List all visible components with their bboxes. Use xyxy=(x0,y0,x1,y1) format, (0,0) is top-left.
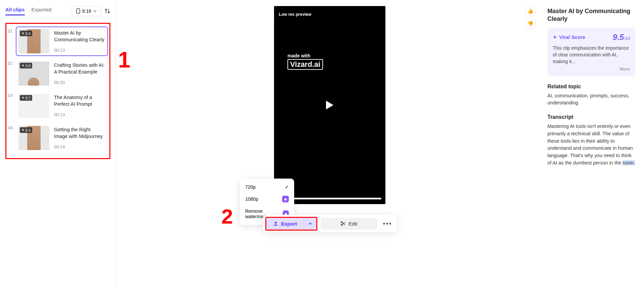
clip-duration: 00:13 xyxy=(54,112,105,117)
scissors-icon xyxy=(340,221,346,226)
export-annotation-box: Export xyxy=(265,217,317,231)
export-label: Export xyxy=(281,221,297,227)
center-panel: Low res preview made with Vizard.ai 👍 👎 … xyxy=(116,0,543,286)
related-topic-text: AI, communication, prompts, success, und… xyxy=(547,92,635,107)
more-link[interactable]: More xyxy=(553,66,630,72)
clip-title: Crafting Stories with AI: A Practical Ex… xyxy=(54,62,105,75)
export-option-label: 720p xyxy=(245,184,256,190)
clip-row: 03 ✦ 8.7 The Anatomy of a Perfect AI Pro… xyxy=(8,90,108,122)
clip-card[interactable]: ✦ 9.0 Crafting Stories with AI: A Practi… xyxy=(16,59,108,88)
clip-card[interactable]: ✦ 9.5 Master AI by Communicating Clearly… xyxy=(16,27,108,56)
score-value: 8.5 xyxy=(25,128,31,132)
clip-duration: 00:33 xyxy=(54,80,105,85)
premium-icon: ◆ xyxy=(282,196,289,202)
watermark-text: made with xyxy=(287,53,323,58)
clips-list-annotation-box: 01 ✦ 9.5 Master AI by Communicating Clea… xyxy=(5,23,110,159)
clip-row: 04 ✦ 8.5 Getting the Right Image with Mi… xyxy=(8,122,108,154)
viral-score-value: 9.5/10 xyxy=(613,33,630,42)
annotation-number-2: 2 xyxy=(221,204,233,228)
sparkle-icon: ✦ xyxy=(553,34,557,40)
more-button[interactable]: ••• xyxy=(381,220,394,228)
transcript-highlight: room. xyxy=(623,160,635,165)
viral-score-text: Viral Score xyxy=(559,34,585,40)
viral-score-header: ✦ Viral Score 9.5/10 xyxy=(553,33,630,42)
clip-card[interactable]: ✦ 8.7 The Anatomy of a Perfect AI Prompt… xyxy=(16,91,108,121)
clip-thumbnail: ✦ 9.5 xyxy=(18,29,49,53)
edit-button[interactable]: Edit xyxy=(321,218,377,230)
transcript-body: Mastering AI tools isn't entirely or eve… xyxy=(547,124,633,165)
tab-exported[interactable]: Exported xyxy=(32,7,52,15)
viral-score-number: 9.5 xyxy=(613,33,624,42)
clip-title: Master AI by Communicating Clearly xyxy=(54,30,105,43)
sparkle-icon: ✦ xyxy=(21,63,24,68)
viral-score-label: ✦ Viral Score xyxy=(553,34,585,40)
clip-meta: The Anatomy of a Perfect AI Prompt 00:13 xyxy=(54,94,105,118)
watermark-brand: Vizard.ai xyxy=(287,59,323,70)
score-badge: ✦ 8.5 xyxy=(20,127,32,133)
related-topic-heading: Related topic xyxy=(547,84,635,90)
sort-icon[interactable] xyxy=(104,8,110,14)
video-preview[interactable]: Low res preview made with Vizard.ai xyxy=(274,6,385,204)
chevron-down-icon xyxy=(93,10,97,12)
clip-index: 02 xyxy=(8,59,13,66)
svg-point-1 xyxy=(341,222,342,223)
edit-label: Edit xyxy=(348,221,357,227)
clip-duration: 00:14 xyxy=(54,144,105,149)
svg-point-2 xyxy=(341,224,342,226)
clip-title: The Anatomy of a Perfect AI Prompt xyxy=(54,94,105,107)
feedback-buttons: 👍 👎 xyxy=(525,6,535,29)
clip-meta: Master AI by Communicating Clearly 00:13 xyxy=(54,29,105,53)
score-value: 9.0 xyxy=(25,64,31,68)
clip-detail-title: Master AI by Communicating Clearly xyxy=(547,7,635,23)
right-panel: Master AI by Communicating Clearly ✦ Vir… xyxy=(543,0,644,286)
aspect-sort: 9:16 xyxy=(72,6,110,16)
play-button[interactable] xyxy=(325,100,334,110)
action-bar: Export Edit ••• xyxy=(263,215,397,232)
tab-all-clips[interactable]: All clips xyxy=(5,7,25,15)
score-badge: ✦ 9.5 xyxy=(20,31,32,36)
clip-card[interactable]: ✦ 8.5 Getting the Right Image with Midjo… xyxy=(16,123,108,153)
tabs-row: All clips Exported 9:16 xyxy=(5,6,110,16)
watermark: made with Vizard.ai xyxy=(287,53,323,70)
clip-duration: 00:13 xyxy=(54,48,105,53)
clip-thumbnail: ✦ 9.0 xyxy=(18,61,49,86)
aspect-ratio-select[interactable]: 9:16 xyxy=(72,6,101,16)
clip-thumbnail: ✦ 8.7 xyxy=(18,94,49,118)
export-chevron-button[interactable] xyxy=(304,218,316,230)
clip-index: 01 xyxy=(8,27,13,34)
clip-index: 03 xyxy=(8,91,13,98)
tabs: All clips Exported xyxy=(5,7,52,15)
viral-score-denominator: /10 xyxy=(624,36,630,41)
clip-meta: Crafting Stories with AI: A Practical Ex… xyxy=(54,61,105,86)
transcript-heading: Transcript xyxy=(547,114,635,120)
sparkle-icon: ✦ xyxy=(21,31,24,36)
check-icon: ✓ xyxy=(285,184,289,190)
clip-title: Getting the Right Image with Midjourney xyxy=(54,127,105,140)
score-badge: ✦ 9.0 xyxy=(20,63,32,68)
export-button[interactable]: Export xyxy=(266,218,304,230)
sparkle-icon: ✦ xyxy=(21,128,24,132)
svg-rect-0 xyxy=(76,9,80,13)
left-panel: All clips Exported 9:16 01 xyxy=(0,0,116,286)
score-value: 8.7 xyxy=(25,96,31,100)
sparkle-icon: ✦ xyxy=(21,96,24,100)
clip-meta: Getting the Right Image with Midjourney … xyxy=(54,126,105,150)
upload-icon xyxy=(273,221,278,226)
viral-score-body: This clip emphasizes the importance of c… xyxy=(553,45,630,65)
phone-icon xyxy=(76,8,80,14)
clip-row: 02 ✦ 9.0 Crafting Stories with AI: A Pra… xyxy=(8,57,108,90)
transcript-text: Mastering AI tools isn't entirely or eve… xyxy=(547,123,635,167)
export-option-720p[interactable]: 720p ✓ xyxy=(242,181,292,193)
export-option-1080p[interactable]: 1080p ◆ xyxy=(242,193,292,205)
score-value: 9.5 xyxy=(25,32,31,36)
clip-row: 01 ✦ 9.5 Master AI by Communicating Clea… xyxy=(8,25,108,57)
low-res-label: Low res preview xyxy=(279,12,311,17)
thumbs-down-button[interactable]: 👎 xyxy=(525,19,535,29)
thumbs-up-button[interactable]: 👍 xyxy=(525,6,535,16)
clip-thumbnail: ✦ 8.5 xyxy=(18,126,49,150)
viral-score-card: ✦ Viral Score 9.5/10 This clip emphasize… xyxy=(547,28,635,76)
export-option-label: 1080p xyxy=(245,196,258,202)
aspect-value: 9:16 xyxy=(82,8,91,14)
score-badge: ✦ 8.7 xyxy=(20,95,32,101)
clip-index: 04 xyxy=(8,123,13,130)
